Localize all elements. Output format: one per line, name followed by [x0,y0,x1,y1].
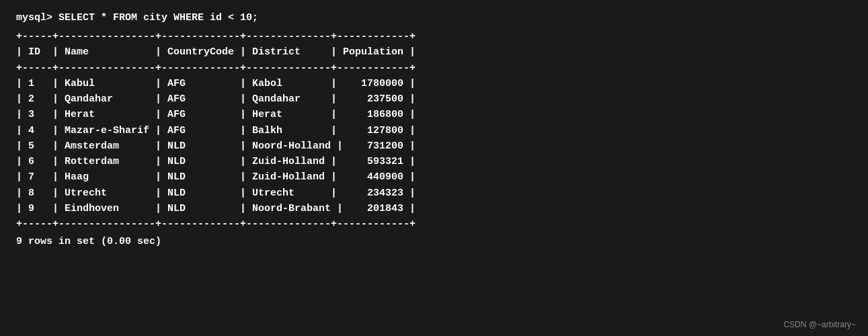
table-row: | 6 | Rotterdam | NLD | Zuid-Holland | 5… [16,154,852,169]
separator-top: +-----+----------------+-------------+--… [16,29,852,44]
table-header: | ID | Name | CountryCode | District | P… [16,44,852,60]
terminal-content: mysql> SELECT * FROM city WHERE id < 10;… [16,12,852,247]
table-row: | 9 | Eindhoven | NLD | Noord-Brabant | … [16,201,852,216]
query-line: mysql> SELECT * FROM city WHERE id < 10; [16,12,852,24]
separator-header: +-----+----------------+-------------+--… [16,60,852,76]
separator-bottom: +-----+----------------+-------------+--… [16,216,852,232]
table-row: | 1 | Kabul | AFG | Kabol | 1780000 | [16,76,852,91]
watermark: CSDN @~arbitrary~ [783,320,856,329]
table-row: | 5 | Amsterdam | NLD | Noord-Holland | … [16,138,852,154]
table-row: | 3 | Herat | AFG | Herat | 186800 | [16,107,852,122]
table-row: | 4 | Mazar-e-Sharif | AFG | Balkh | 127… [16,123,852,138]
table-row: | 2 | Qandahar | AFG | Qandahar | 237500… [16,91,852,107]
table-container: +-----+----------------+-------------+--… [16,29,852,232]
table-row: | 7 | Haag | NLD | Zuid-Holland | 440900… [16,169,852,185]
table-row: | 8 | Utrecht | NLD | Utrecht | 234323 | [16,185,852,201]
footer-line: 9 rows in set (0.00 sec) [16,236,852,247]
